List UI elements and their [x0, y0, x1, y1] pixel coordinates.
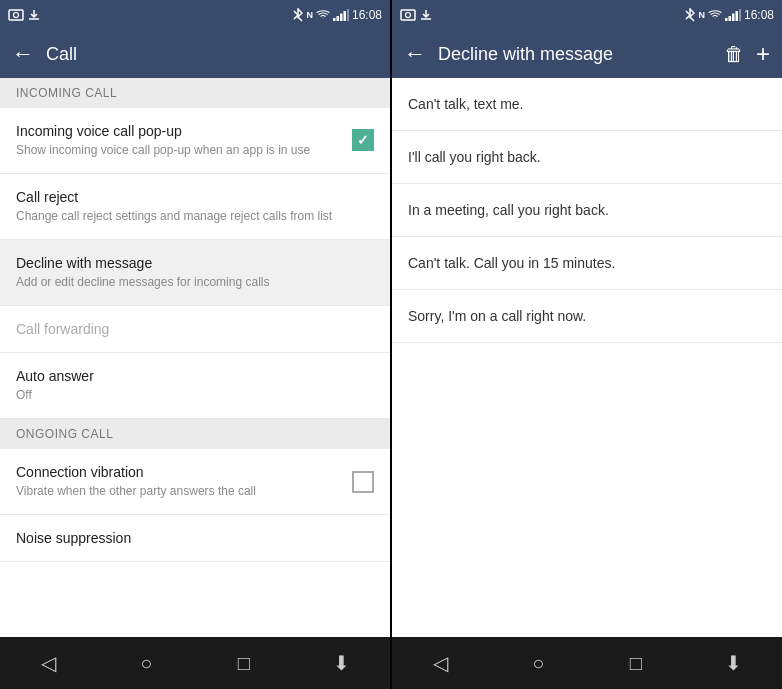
left-nav-download[interactable]: ⬇ [317, 639, 365, 687]
decline-message-5[interactable]: Sorry, I'm on a call right now. [392, 290, 782, 343]
left-nav-back[interactable]: ◁ [25, 639, 73, 687]
call-forwarding-title: Call forwarding [16, 320, 366, 338]
left-status-left [8, 9, 40, 21]
call-reject-subtitle: Change call reject settings and manage r… [16, 208, 366, 225]
right-download-status-icon [420, 9, 432, 21]
left-status-bar: N 16:08 [0, 0, 390, 30]
call-forwarding-item[interactable]: Call forwarding [0, 306, 390, 353]
right-nfc-icon: N [698, 10, 705, 20]
incoming-voice-popup-text: Incoming voice call pop-up Show incoming… [16, 122, 352, 159]
svg-rect-5 [343, 11, 346, 21]
svg-rect-9 [725, 18, 728, 21]
svg-rect-7 [401, 10, 415, 20]
incoming-voice-popup-item[interactable]: Incoming voice call pop-up Show incoming… [0, 108, 390, 174]
noise-suppression-item[interactable]: Noise suppression [0, 515, 390, 562]
right-status-left [400, 9, 432, 21]
right-add-button[interactable]: + [756, 40, 770, 68]
nfc-icon: N [306, 10, 313, 20]
right-delete-button[interactable]: 🗑 [724, 43, 744, 66]
decline-message-4[interactable]: Can't talk. Call you in 15 minutes. [392, 237, 782, 290]
ongoing-call-section-header: ONGOING CALL [0, 419, 390, 449]
left-page-title: Call [46, 44, 378, 65]
auto-answer-text: Auto answer Off [16, 367, 374, 404]
incoming-voice-popup-checkbox[interactable]: ✓ [352, 129, 374, 151]
left-content: INCOMING CALL Incoming voice call pop-up… [0, 78, 390, 637]
left-header: ← Call [0, 30, 390, 78]
right-nav-recent[interactable]: □ [612, 639, 660, 687]
connection-vibration-subtitle: Vibrate when the other party answers the… [16, 483, 344, 500]
noise-suppression-title: Noise suppression [16, 529, 366, 547]
noise-suppression-text: Noise suppression [16, 529, 374, 547]
right-wifi-icon [708, 10, 722, 20]
left-time: 16:08 [352, 8, 382, 22]
svg-rect-11 [732, 14, 735, 22]
left-panel: N 16:08 ← Call INCOMING CALL [0, 0, 390, 689]
right-nav-back[interactable]: ◁ [417, 639, 465, 687]
svg-rect-4 [340, 14, 343, 22]
auto-answer-item[interactable]: Auto answer Off [0, 353, 390, 419]
decline-message-2[interactable]: I'll call you right back. [392, 131, 782, 184]
call-reject-title: Call reject [16, 188, 366, 206]
right-bluetooth-icon [685, 8, 695, 22]
right-panel: N 16:08 ← Decline with message 🗑 + [392, 0, 782, 689]
left-nav-recent[interactable]: □ [220, 639, 268, 687]
auto-answer-subtitle: Off [16, 387, 366, 404]
svg-rect-10 [728, 16, 731, 21]
svg-point-8 [406, 13, 411, 18]
left-status-right: N 16:08 [293, 8, 382, 22]
incoming-call-section-header: INCOMING CALL [0, 78, 390, 108]
screenshot-icon [8, 9, 24, 21]
call-reject-text: Call reject Change call reject settings … [16, 188, 374, 225]
call-reject-item[interactable]: Call reject Change call reject settings … [0, 174, 390, 240]
svg-rect-0 [9, 10, 23, 20]
download-status-icon [28, 9, 40, 21]
right-content: Can't talk, text me. I'll call you right… [392, 78, 782, 637]
right-screenshot-icon [400, 9, 416, 21]
bluetooth-icon [293, 8, 303, 22]
right-nav-bar: ◁ ○ □ ⬇ [392, 637, 782, 689]
left-nav-home[interactable]: ○ [122, 639, 170, 687]
right-status-right: N 16:08 [685, 8, 774, 22]
decline-message-list: Can't talk, text me. I'll call you right… [392, 78, 782, 343]
call-forwarding-text: Call forwarding [16, 320, 374, 338]
right-page-title: Decline with message [438, 44, 712, 65]
decline-message-1[interactable]: Can't talk, text me. [392, 78, 782, 131]
auto-answer-title: Auto answer [16, 367, 366, 385]
checkmark-icon: ✓ [357, 132, 369, 148]
left-back-button[interactable]: ← [12, 41, 34, 67]
connection-vibration-title: Connection vibration [16, 463, 344, 481]
decline-message-3[interactable]: In a meeting, call you right back. [392, 184, 782, 237]
svg-rect-13 [739, 9, 741, 21]
right-signal-icon [725, 9, 741, 21]
right-header: ← Decline with message 🗑 + [392, 30, 782, 78]
connection-vibration-item[interactable]: Connection vibration Vibrate when the ot… [0, 449, 390, 515]
incoming-voice-popup-subtitle: Show incoming voice call pop-up when an … [16, 142, 344, 159]
decline-with-message-item[interactable]: Decline with message Add or edit decline… [0, 240, 390, 306]
decline-with-message-text: Decline with message Add or edit decline… [16, 254, 374, 291]
right-time: 16:08 [744, 8, 774, 22]
left-nav-bar: ◁ ○ □ ⬇ [0, 637, 390, 689]
decline-with-message-subtitle: Add or edit decline messages for incomin… [16, 274, 366, 291]
svg-rect-12 [735, 11, 738, 21]
connection-vibration-text: Connection vibration Vibrate when the ot… [16, 463, 352, 500]
right-back-button[interactable]: ← [404, 41, 426, 67]
decline-with-message-title: Decline with message [16, 254, 366, 272]
signal-icon [333, 9, 349, 21]
right-nav-download[interactable]: ⬇ [709, 639, 757, 687]
connection-vibration-checkbox[interactable] [352, 471, 374, 493]
svg-rect-6 [347, 9, 349, 21]
right-status-bar: N 16:08 [392, 0, 782, 30]
wifi-icon [316, 10, 330, 20]
svg-rect-3 [336, 16, 339, 21]
right-nav-home[interactable]: ○ [514, 639, 562, 687]
incoming-voice-popup-title: Incoming voice call pop-up [16, 122, 344, 140]
svg-point-1 [14, 13, 19, 18]
svg-rect-2 [333, 18, 336, 21]
